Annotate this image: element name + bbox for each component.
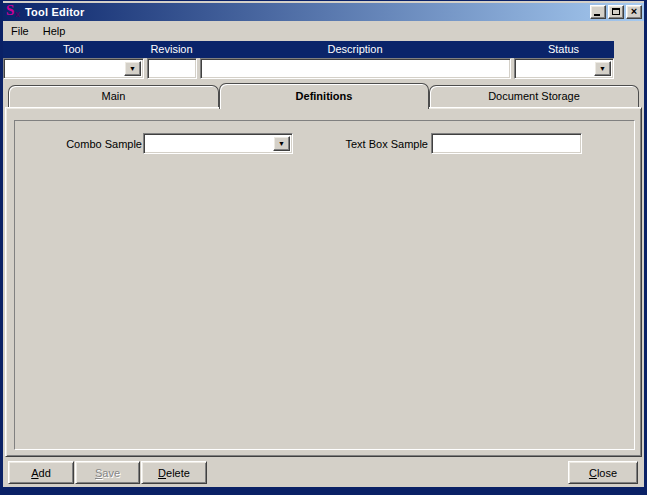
text-box-sample-label: Text Box Sample (342, 138, 428, 150)
minimize-icon (594, 14, 600, 16)
titlebar[interactable]: S x Tool Editor × (3, 3, 644, 21)
revision-field-frame (147, 58, 197, 79)
maximize-icon (612, 8, 620, 15)
combo-sample-dropdown-button[interactable]: ▼ (273, 136, 290, 151)
column-label-description: Description (200, 43, 510, 55)
delete-button-accel: D (158, 467, 166, 479)
column-label-status: Status (514, 43, 613, 55)
close-button[interactable]: Close (568, 461, 638, 484)
app-icon: S x (5, 4, 21, 20)
tab-main[interactable]: Main (8, 85, 219, 107)
window-controls: × (590, 5, 642, 19)
description-input[interactable] (203, 61, 508, 76)
chevron-down-icon: ▼ (129, 65, 136, 72)
text-box-sample-input[interactable] (434, 136, 579, 151)
status-combo[interactable]: ▼ (514, 58, 614, 79)
close-button-accel: C (589, 467, 597, 479)
chevron-down-icon: ▼ (599, 65, 606, 72)
save-button-label: ave (102, 467, 120, 479)
tab-definitions[interactable]: Definitions (219, 83, 429, 109)
window-client-area: S x Tool Editor × File Help T (3, 1, 644, 487)
status-combo-input[interactable] (517, 61, 593, 76)
combo-sample-input[interactable] (146, 136, 272, 151)
text-box-sample-frame (431, 133, 582, 154)
save-button[interactable]: Save (75, 461, 140, 484)
add-button-label: dd (39, 467, 51, 479)
tool-combo[interactable]: ▼ (3, 58, 144, 79)
delete-button-label: elete (166, 467, 190, 479)
maximize-button[interactable] (608, 5, 624, 19)
tool-combo-input[interactable] (6, 61, 123, 76)
tab-document-storage[interactable]: Document Storage (429, 85, 639, 107)
status-combo-dropdown-button[interactable]: ▼ (594, 61, 611, 76)
delete-button[interactable]: Delete (141, 461, 207, 484)
close-icon: × (627, 5, 641, 17)
description-field-frame (200, 58, 511, 79)
revision-input[interactable] (150, 61, 194, 76)
combo-sample-label: Combo Sample (64, 138, 142, 150)
app-icon-sub: x (15, 9, 20, 19)
record-header-bar: Tool Revision Description Status (3, 41, 614, 58)
definitions-inner-frame (14, 120, 635, 450)
add-button-accel: A (31, 467, 38, 479)
menu-help[interactable]: Help (36, 23, 73, 39)
column-label-tool: Tool (3, 43, 143, 55)
tool-editor-window: S x Tool Editor × File Help T (0, 0, 647, 495)
window-title: Tool Editor (25, 6, 84, 18)
close-button-label: lose (597, 467, 617, 479)
minimize-button[interactable] (590, 5, 606, 19)
window-close-button[interactable]: × (626, 5, 642, 19)
menubar: File Help (3, 21, 644, 40)
app-icon-letter: S (6, 2, 14, 19)
tool-combo-dropdown-button[interactable]: ▼ (124, 61, 141, 76)
definitions-tab-page: Combo Sample ▼ Text Box Sample (5, 107, 642, 457)
combo-sample-combo[interactable]: ▼ (143, 133, 293, 154)
menu-file[interactable]: File (4, 23, 36, 39)
add-button[interactable]: Add (8, 461, 74, 484)
chevron-down-icon: ▼ (278, 140, 285, 147)
column-label-revision: Revision (147, 43, 196, 55)
